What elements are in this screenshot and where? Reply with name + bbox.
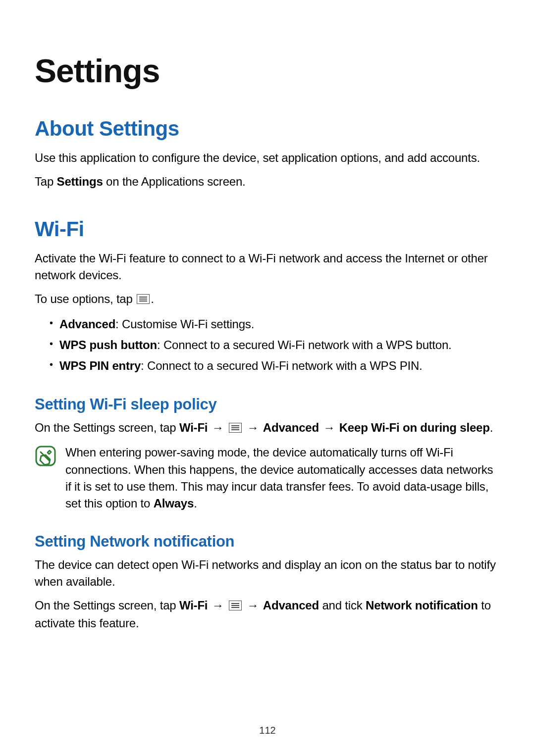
text-fragment: When entering power-saving mode, the dev…	[65, 446, 493, 509]
text-fragment: on the Applications screen.	[103, 175, 246, 188]
page-title: Settings	[35, 52, 500, 90]
network-notification-path: On the Settings screen, tap Wi-Fi → → Ad…	[35, 597, 500, 632]
network-notification-p1: The device can detect open Wi-Fi network…	[35, 556, 500, 590]
option-desc: : Connect to a secured Wi-Fi network wit…	[157, 338, 452, 352]
wifi-p1: Activate the Wi-Fi feature to connect to…	[35, 250, 500, 284]
wifi-options-list: Advanced: Customise Wi-Fi settings. WPS …	[35, 315, 500, 375]
list-item: WPS push button: Connect to a secured Wi…	[50, 336, 500, 354]
text-fragment: and tick	[319, 599, 366, 612]
about-settings-p2: Tap Settings on the Applications screen.	[35, 173, 500, 190]
arrow-text: →	[243, 421, 263, 434]
keep-wifi-bold: Keep Wi-Fi on during sleep	[339, 421, 490, 434]
note-icon	[35, 445, 56, 469]
wifi-sleep-heading: Setting Wi-Fi sleep policy	[35, 396, 500, 413]
text-fragment: On the Settings screen, tap	[35, 599, 179, 612]
wifi-bold: Wi-Fi	[179, 421, 208, 434]
wifi-heading: Wi-Fi	[35, 217, 500, 241]
note-text: When entering power-saving mode, the dev…	[65, 444, 500, 511]
page-number: 112	[0, 725, 535, 736]
wifi-sleep-path: On the Settings screen, tap Wi-Fi → → Ad…	[35, 419, 500, 437]
menu-icon	[229, 420, 242, 437]
advanced-bold: Advanced	[263, 599, 319, 612]
advanced-bold: Advanced	[263, 421, 319, 434]
list-item: WPS PIN entry: Connect to a secured Wi-F…	[50, 357, 500, 375]
option-term: Advanced	[59, 317, 115, 331]
option-term: WPS PIN entry	[59, 359, 141, 372]
text-fragment: .	[194, 497, 197, 510]
always-bold: Always	[154, 497, 194, 510]
text-fragment: To use options, tap	[35, 292, 136, 305]
about-settings-p1: Use this application to configure the de…	[35, 150, 500, 166]
network-notification-heading: Setting Network notification	[35, 533, 500, 551]
option-desc: : Customise Wi-Fi settings.	[115, 317, 254, 331]
arrow-text: →	[208, 421, 228, 434]
about-settings-heading: About Settings	[35, 117, 500, 141]
arrow-text: →	[243, 599, 263, 612]
list-item: Advanced: Customise Wi-Fi settings.	[50, 315, 500, 333]
settings-bold: Settings	[57, 175, 103, 188]
wifi-bold: Wi-Fi	[179, 599, 208, 612]
text-fragment: .	[151, 292, 154, 305]
text-fragment: .	[490, 421, 493, 434]
option-term: WPS push button	[59, 338, 157, 352]
wifi-options-intro: To use options, tap .	[35, 291, 500, 308]
menu-icon	[137, 292, 150, 308]
arrow-text: →	[319, 421, 339, 434]
text-fragment: Tap	[35, 175, 57, 188]
arrow-text: →	[208, 599, 228, 612]
note-block: When entering power-saving mode, the dev…	[35, 444, 500, 511]
menu-icon	[229, 598, 242, 615]
text-fragment: On the Settings screen, tap	[35, 421, 179, 434]
manual-page: Settings About Settings Use this applica…	[0, 0, 535, 756]
option-desc: : Connect to a secured Wi-Fi network wit…	[141, 359, 422, 372]
network-notification-bold: Network notification	[366, 599, 478, 612]
